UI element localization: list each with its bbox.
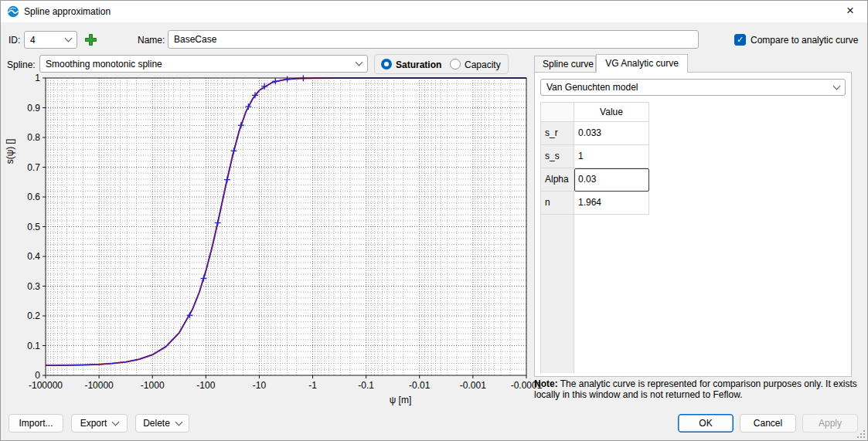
delete-button[interactable]: Delete	[135, 414, 189, 433]
y-tick-label: 0.8	[27, 132, 40, 143]
param-name-cell: s_s	[540, 145, 574, 168]
spline-type-select[interactable]: Smoothing monotonic spline	[39, 55, 368, 73]
spline-chart: -100000-10000-1000-100-10-1-0.1-0.01-0.0…	[1, 74, 550, 418]
param-value-cell[interactable]: 0.033	[574, 122, 649, 145]
param-value-editor[interactable]: 0.03	[574, 168, 649, 192]
y-tick-label: 0.5	[27, 222, 40, 232]
y-axis-title: s(ψ) []	[5, 139, 15, 165]
close-icon[interactable]: ×	[833, 1, 867, 22]
table-row: s_r0.033	[540, 122, 650, 145]
apply-button[interactable]: Apply	[802, 414, 858, 433]
x-tick-label: -100000	[29, 380, 63, 391]
saturation-radio-label: Saturation	[396, 59, 441, 70]
spline-label: Spline:	[7, 59, 36, 70]
table-empty-area	[574, 215, 649, 373]
x-axis-title: ψ [m]	[390, 395, 412, 405]
y-tick-label: 0.3	[27, 281, 40, 292]
row-header-filler	[540, 215, 574, 373]
id-select-value: 4	[30, 35, 36, 46]
export-button[interactable]: Export	[71, 414, 128, 433]
y-tick-label: 0.7	[27, 162, 40, 173]
spline-approximation-dialog: Spline approximation × ID: 4 Name: ✓ Com…	[0, 0, 868, 441]
name-input[interactable]	[168, 30, 699, 49]
y-tick-label: 0.9	[27, 103, 40, 114]
model-select-value: Van Genuchten model	[546, 82, 638, 93]
x-tick-label: -0.01	[409, 380, 431, 391]
note-text: Note: The analytic curve is represented …	[534, 378, 857, 400]
compare-checkbox-label: Compare to analytic curve	[751, 35, 858, 46]
resize-grip[interactable]	[856, 429, 866, 439]
y-tick-label: 0	[35, 370, 40, 381]
param-name-cell: s_r	[540, 122, 574, 145]
chevron-down-icon	[175, 419, 182, 426]
capacity-radio-label: Capacity	[465, 59, 501, 70]
parameter-table: Values_r0.033s_s1Alpha0.03n1.964	[540, 102, 650, 373]
chevron-down-icon	[356, 59, 363, 66]
table-corner	[540, 102, 574, 122]
param-value-cell[interactable]: 1.964	[574, 192, 649, 215]
table-row: Alpha0.03	[540, 168, 650, 192]
x-tick-label: -10000	[84, 380, 114, 391]
window-title: Spline approximation	[24, 6, 111, 17]
table-row: s_s1	[540, 145, 650, 168]
id-label: ID:	[9, 35, 20, 46]
param-name-cell: Alpha	[540, 168, 574, 192]
plus-icon	[84, 33, 97, 46]
compare-checkbox[interactable]: ✓	[734, 34, 746, 46]
tab-vg-analytic-curve[interactable]: VG Analytic curve	[596, 54, 688, 73]
x-tick-label: -0.001	[460, 380, 486, 391]
x-tick-label: -1000	[141, 380, 165, 391]
y-tick-label: 1	[35, 74, 40, 83]
x-tick-label: -100	[196, 380, 215, 391]
add-curve-button[interactable]	[81, 31, 100, 49]
name-label: Name:	[138, 35, 165, 46]
note-label: Note:	[534, 378, 558, 389]
title-bar: Spline approximation ×	[1, 1, 867, 22]
tab-spline-curve[interactable]: Spline curve	[534, 56, 596, 72]
x-tick-label: -10	[253, 380, 267, 391]
spline-type-value: Smoothing monotonic spline	[46, 59, 162, 70]
id-select[interactable]: 4	[24, 31, 77, 49]
y-tick-label: 0.4	[27, 251, 40, 262]
check-icon: ✓	[737, 35, 744, 44]
import-button[interactable]: Import...	[9, 414, 63, 433]
chevron-down-icon	[112, 419, 120, 426]
param-value-cell[interactable]: 1	[574, 145, 649, 168]
x-tick-label: -1	[308, 380, 317, 391]
model-select[interactable]: Van Genuchten model	[540, 79, 846, 96]
x-tick-label: -0.1	[358, 380, 374, 391]
ok-button[interactable]: OK	[678, 414, 734, 433]
table-row: n1.964	[540, 192, 650, 215]
saturation-radio[interactable]	[381, 59, 392, 70]
y-tick-label: 0.6	[27, 192, 40, 202]
cancel-button[interactable]: Cancel	[740, 414, 796, 433]
capacity-radio[interactable]	[450, 59, 461, 70]
app-icon	[7, 5, 19, 18]
param-name-cell: n	[540, 192, 574, 215]
y-tick-label: 0.2	[27, 310, 40, 321]
chevron-down-icon	[833, 82, 841, 90]
chevron-down-icon	[65, 35, 73, 42]
value-column-header: Value	[574, 102, 649, 122]
y-tick-label: 0.1	[27, 341, 40, 351]
